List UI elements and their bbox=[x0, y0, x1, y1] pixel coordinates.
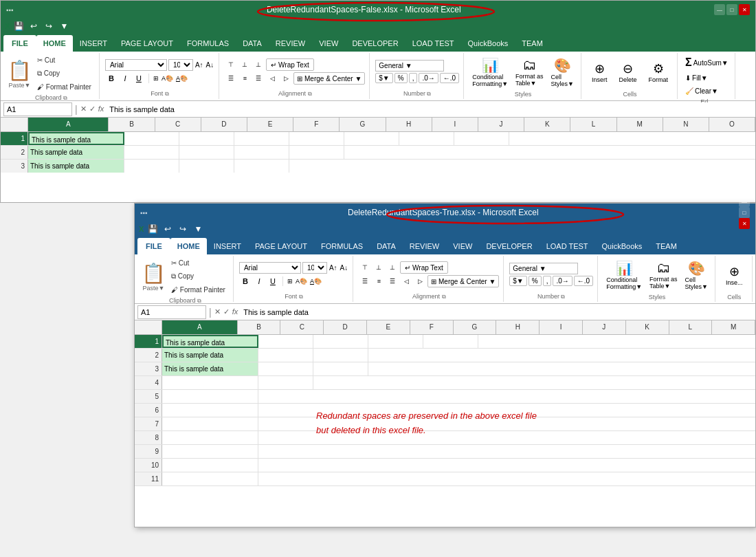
bottom-dollar-btn[interactable]: $▼ bbox=[509, 276, 526, 286]
fill-btn[interactable]: ⬇ Fill▼ bbox=[683, 72, 731, 84]
bottom-cell-a7[interactable] bbox=[162, 417, 258, 430]
top-col-a[interactable]: A bbox=[28, 118, 109, 131]
bottom-col-a[interactable]: A bbox=[162, 320, 238, 334]
top-col-n[interactable]: N bbox=[663, 118, 709, 131]
bottom-redo-btn[interactable]: ↪ bbox=[177, 223, 189, 235]
delete-cells-btn[interactable]: ⊖ Delete bbox=[614, 59, 642, 85]
bottom-tab-insert[interactable]: INSERT bbox=[207, 238, 248, 254]
top-cell-b2[interactable] bbox=[124, 146, 179, 159]
top-col-h[interactable]: H bbox=[386, 118, 432, 131]
top-cell-e1[interactable] bbox=[289, 132, 344, 145]
bottom-conditional-formatting-btn[interactable]: 📊 ConditionalFormatting▼ bbox=[603, 259, 645, 292]
underline-btn[interactable]: U bbox=[133, 72, 145, 85]
align-right-btn[interactable]: ☰ bbox=[252, 72, 265, 85]
bottom-col-b[interactable]: B bbox=[238, 320, 281, 334]
dollar-btn[interactable]: $▼ bbox=[375, 73, 392, 83]
bottom-formula-input[interactable]: This is sample data bbox=[241, 305, 753, 319]
bottom-cell-a1[interactable]: This is sample data bbox=[162, 335, 258, 348]
bottom-align-top-btn[interactable]: ⊤ bbox=[359, 261, 371, 274]
top-cell-a3[interactable]: This is sample data bbox=[28, 160, 124, 173]
bottom-align-right-btn[interactable]: ☰ bbox=[386, 275, 399, 287]
top-col-g[interactable]: G bbox=[340, 118, 386, 131]
clear-btn[interactable]: 🧹 Clear▼ bbox=[683, 85, 731, 97]
indent-dec-btn[interactable]: ◁ bbox=[266, 72, 278, 85]
font-color-btn[interactable]: A🎨 bbox=[175, 74, 188, 83]
maximize-btn[interactable]: □ bbox=[726, 4, 737, 15]
bottom-tab-developer[interactable]: DEVELOPER bbox=[479, 238, 539, 254]
align-bot-btn[interactable]: ⊥ bbox=[252, 58, 265, 71]
bottom-undo-btn[interactable]: ↩ bbox=[162, 223, 174, 235]
cancel-formula-icon[interactable]: ✕ bbox=[80, 105, 87, 113]
bottom-tab-team[interactable]: TEAM bbox=[649, 238, 684, 254]
decrease-font-btn[interactable]: A↓ bbox=[205, 61, 215, 69]
top-col-b[interactable]: B bbox=[109, 118, 155, 131]
bottom-comma-btn[interactable]: , bbox=[543, 276, 552, 286]
insert-cells-btn[interactable]: ⊕ Insert bbox=[587, 59, 612, 85]
top-col-j[interactable]: J bbox=[478, 118, 524, 131]
bottom-cell-a9[interactable] bbox=[162, 445, 258, 458]
bottom-align-center-btn[interactable]: ≡ bbox=[373, 275, 385, 287]
bottom-merge-center-btn[interactable]: ⊞ Merge & Center ▼ bbox=[427, 275, 499, 287]
top-cell-d2[interactable] bbox=[234, 146, 289, 159]
bottom-cell-b3[interactable] bbox=[258, 362, 313, 375]
bottom-tab-page-layout[interactable]: PAGE LAYOUT bbox=[248, 238, 314, 254]
top-formula-input[interactable]: This is sample data bbox=[107, 102, 753, 116]
top-col-f[interactable]: F bbox=[293, 118, 340, 131]
bottom-cell-c2[interactable] bbox=[313, 349, 368, 362]
bottom-col-c[interactable]: C bbox=[280, 320, 324, 334]
top-col-l[interactable]: L bbox=[570, 118, 616, 131]
bottom-minimize-btn[interactable]: — bbox=[739, 196, 750, 207]
redo-qa-btn[interactable]: ↪ bbox=[43, 20, 55, 32]
bottom-cell-e1[interactable] bbox=[423, 335, 478, 348]
bottom-cell-a8[interactable] bbox=[162, 431, 258, 444]
wrap-text-btn[interactable]: ↵ Wrap Text bbox=[266, 58, 313, 71]
bottom-cell-a5[interactable] bbox=[162, 390, 258, 403]
tab-team[interactable]: TEAM bbox=[515, 35, 550, 52]
bottom-cell-a2[interactable]: This is sample data bbox=[162, 349, 258, 362]
bottom-cut-btn[interactable]: ✂ Cut bbox=[168, 257, 229, 269]
merge-center-btn[interactable]: ⊞ Merge & Center ▼ bbox=[293, 72, 365, 85]
bottom-cell-a10[interactable] bbox=[162, 459, 258, 472]
paste-dropdown[interactable]: Paste▼ bbox=[9, 82, 31, 89]
paste-btn[interactable]: 📋 bbox=[8, 59, 32, 82]
bottom-col-f[interactable]: F bbox=[410, 320, 454, 334]
bottom-cancel-formula-icon[interactable]: ✕ bbox=[214, 307, 221, 316]
confirm-formula-icon[interactable]: ✓ bbox=[89, 105, 96, 113]
bottom-col-e[interactable]: E bbox=[367, 320, 410, 334]
bottom-font-color-btn[interactable]: A🎨 bbox=[309, 277, 322, 285]
increase-font-btn[interactable]: A↑ bbox=[194, 61, 204, 69]
top-cell-c2[interactable] bbox=[179, 146, 234, 159]
cut-btn[interactable]: ✂ Cut bbox=[34, 54, 95, 66]
bottom-tab-load-test[interactable]: LOAD TEST bbox=[540, 238, 595, 254]
bottom-increase-font-btn[interactable]: A↑ bbox=[329, 263, 338, 272]
top-cell-b1[interactable] bbox=[124, 132, 179, 145]
bottom-fill-color-btn[interactable]: A🎨 bbox=[295, 277, 308, 285]
align-left-btn[interactable]: ☰ bbox=[225, 72, 237, 85]
bottom-cell-d1[interactable] bbox=[368, 335, 423, 348]
bottom-format-table-btn[interactable]: 🗂 Format asTable▼ bbox=[647, 259, 680, 291]
bottom-copy-btn[interactable]: ⧉ Copy bbox=[168, 270, 229, 283]
minimize-btn[interactable]: — bbox=[714, 4, 725, 15]
font-name-select[interactable]: Arial bbox=[105, 59, 167, 71]
border-btn[interactable]: ⊞ bbox=[153, 74, 159, 83]
bottom-decrease-dec-btn[interactable]: ←.0 bbox=[574, 276, 593, 286]
top-cell-h1[interactable] bbox=[454, 132, 509, 145]
tab-file[interactable]: FILE bbox=[3, 35, 36, 52]
bottom-cell-a6[interactable] bbox=[162, 404, 258, 417]
bottom-tab-quickbooks[interactable]: QuickBooks bbox=[595, 238, 649, 254]
top-cell-a2[interactable]: This sample data bbox=[28, 146, 124, 159]
bottom-wrap-text-btn[interactable]: ↵ Wrap Text bbox=[400, 261, 447, 274]
top-col-i[interactable]: I bbox=[432, 118, 478, 131]
bottom-tab-view[interactable]: VIEW bbox=[446, 238, 479, 254]
bottom-increase-dec-btn[interactable]: .0→ bbox=[553, 276, 572, 286]
comma-btn[interactable]: , bbox=[409, 73, 418, 83]
top-col-o[interactable]: O bbox=[709, 118, 755, 131]
top-cell-d1[interactable] bbox=[234, 132, 289, 145]
bottom-font-name-select[interactable]: Arial bbox=[239, 262, 301, 274]
tab-quickbooks[interactable]: QuickBooks bbox=[461, 35, 515, 52]
bottom-tab-file[interactable]: FILE bbox=[137, 238, 170, 254]
bottom-close-btn[interactable]: ✕ bbox=[739, 218, 750, 229]
top-win-controls[interactable]: — □ ✕ bbox=[714, 4, 750, 15]
bottom-decrease-font-btn[interactable]: A↓ bbox=[340, 263, 349, 272]
tab-load-test[interactable]: LOAD TEST bbox=[405, 35, 461, 52]
